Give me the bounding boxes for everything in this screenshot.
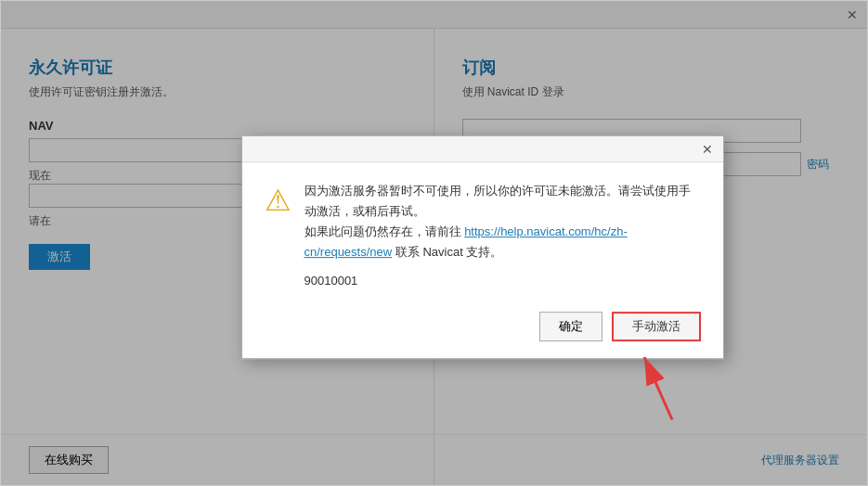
dialog-message: 因为激活服务器暂时不可使用，所以你的许可证未能激活。请尝试使用手动激活，或稍后再… [304,181,701,288]
dialog-titlebar: ✕ [242,136,723,162]
error-code: 90010001 [304,275,701,288]
warning-icon: ⚠ [265,183,291,218]
dialog-close-button[interactable]: ✕ [699,141,716,158]
manual-activate-button[interactable]: 手动激活 [612,313,701,342]
confirm-button[interactable]: 确定 [539,313,602,342]
dialog-text-line2: 如果此问题仍然存在，请前往 https://help.navicat.com/h… [304,222,701,262]
dialog-buttons: 确定 手动激活 [242,303,723,359]
dialog-text-line1: 因为激活服务器暂时不可使用，所以你的许可证未能激活。请尝试使用手动激活，或稍后再… [304,181,701,222]
dialog-body: ⚠ 因为激活服务器暂时不可使用，所以你的许可证未能激活。请尝试使用手动激活，或稍… [242,162,723,302]
main-window: ✕ 永久许可证 使用许可证密钥注册并激活。 NAV 现在 请在 激活 订阅 使用… [0,0,868,486]
error-dialog: ✕ ⚠ 因为激活服务器暂时不可使用，所以你的许可证未能激活。请尝试使用手动激活，… [241,135,724,359]
